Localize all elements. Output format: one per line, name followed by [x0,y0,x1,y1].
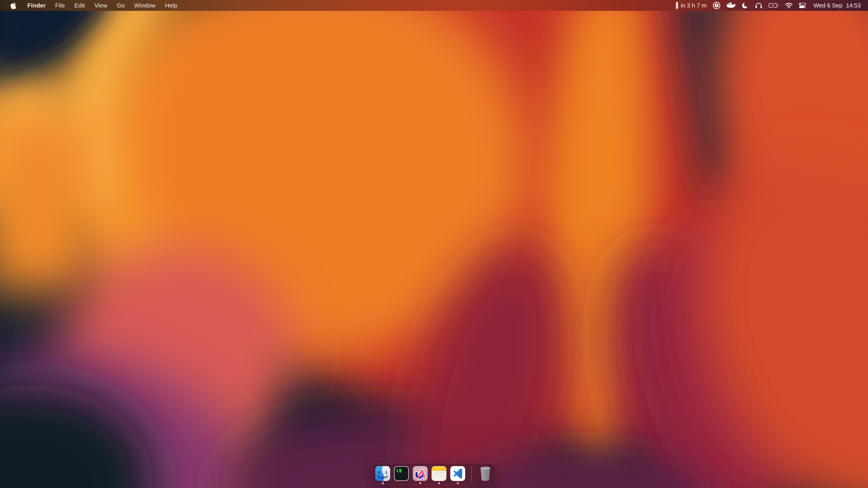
dock-item-terminal[interactable]: $ [394,466,409,484]
docker-whale-icon[interactable] [726,2,736,9]
menu-file[interactable]: File [51,2,70,9]
running-indicator [457,482,459,484]
dock: $ [372,463,496,485]
dock-separator [471,466,472,482]
menu-go[interactable]: Go [112,2,129,9]
notes-icon [432,466,446,481]
menu-bar-status-area: in 3 h 7 m [676,2,868,9]
1password-icon[interactable] [713,2,720,9]
headphones-icon[interactable] [755,2,763,9]
dock-item-trash[interactable] [478,466,493,484]
wifi-icon[interactable] [785,2,793,8]
clock-date: Wed 6 Sep [813,2,842,9]
battery-charging-icon[interactable] [769,3,779,8]
vscode-icon [450,466,465,481]
dock-item-vscode[interactable] [450,466,465,484]
menu-bar-clock[interactable]: Wed 6 Sep 14:53 [813,2,861,9]
dock-item-arc-browser[interactable] [413,466,428,484]
countdown-pill-icon [676,2,678,9]
finder-icon [375,466,390,481]
trash-icon [478,466,492,481]
desktop-wallpaper [0,0,868,488]
dock-item-finder[interactable] [375,466,390,484]
apple-logo-icon [10,2,17,9]
menu-view[interactable]: View [90,2,112,9]
terminal-icon: $ [394,466,409,481]
dock-item-notes[interactable] [432,466,446,484]
arc-browser-icon [413,466,428,481]
running-indicator [419,482,421,484]
countdown-status[interactable]: in 3 h 7 m [676,2,707,9]
menu-help[interactable]: Help [160,2,182,9]
terminal-prompt: $ [396,468,399,473]
app-menu-title[interactable]: Finder [23,2,51,9]
moon-icon[interactable] [742,2,749,9]
running-indicator [438,482,440,484]
menu-edit[interactable]: Edit [70,2,90,9]
control-center-icon[interactable] [799,3,806,8]
desktop: Finder File Edit View Go Window Help in … [0,0,868,488]
countdown-text: in 3 h 7 m [681,2,707,9]
menu-bar-left: Finder File Edit View Go Window Help [0,2,182,9]
apple-menu[interactable] [8,2,20,9]
clock-time: 14:53 [846,2,861,9]
menu-bar: Finder File Edit View Go Window Help in … [0,0,868,11]
menu-window[interactable]: Window [129,2,160,9]
running-indicator [382,482,384,484]
